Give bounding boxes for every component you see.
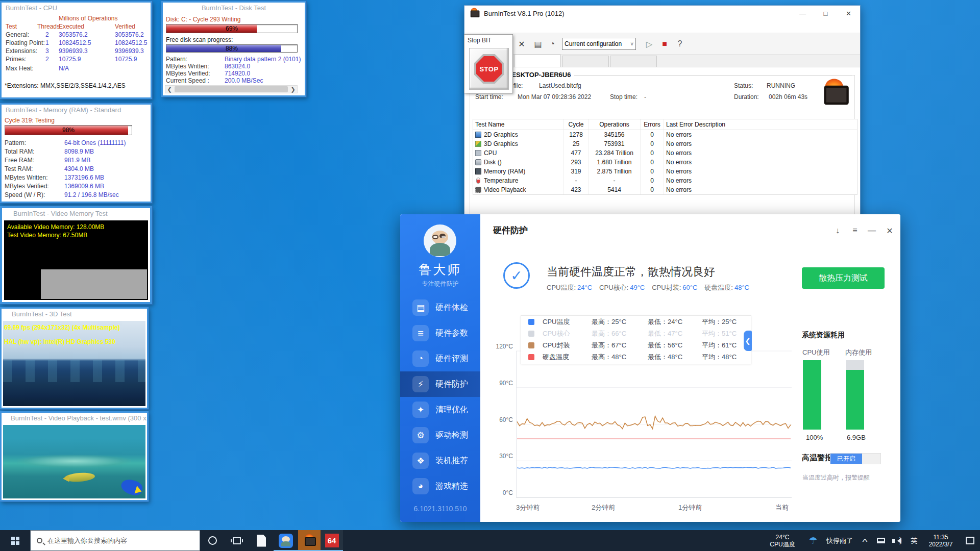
col-test: Test <box>6 23 17 30</box>
task-view-button[interactable] <box>225 530 249 551</box>
menu-bar <box>464 21 860 33</box>
input-language-button[interactable]: 英 <box>906 530 922 551</box>
scan-label: Free disk scan progress: <box>166 36 233 43</box>
notepad-button[interactable] <box>249 530 274 551</box>
gauge-icon[interactable]: ◔ <box>546 37 559 51</box>
show-hidden-icons-button[interactable]: ^ <box>857 530 873 551</box>
clipboard-icon[interactable]: ▤ <box>531 37 545 51</box>
action-center-button[interactable] <box>960 530 980 551</box>
weather-text[interactable]: 快停雨了 <box>822 530 857 551</box>
table-row[interactable]: Memory (RAM) 319 2.875 Trillion 0 No err… <box>473 167 857 176</box>
legend-row[interactable]: CPU核心 最高：66°C 最低：47°C 平均：51°C <box>521 328 751 339</box>
maximize-button[interactable]: □ <box>814 6 837 21</box>
cpu-temp-tray[interactable]: 24°C CPU温度 <box>761 530 804 551</box>
disk-scan-progress: 88% <box>166 44 298 53</box>
header-cycle[interactable]: Cycle <box>564 119 589 130</box>
sidebar-item-label: 装机推荐 <box>435 456 468 466</box>
ludashi-taskbar-button[interactable] <box>274 530 298 551</box>
language-label: 英 <box>911 537 918 544</box>
sidebar-item[interactable]: 游戏精选 <box>400 473 480 499</box>
temp-value: 48°C <box>734 284 749 291</box>
legend-name: CPU核心 <box>543 329 592 338</box>
header-errors[interactable]: Errors <box>641 119 664 130</box>
minimize-button[interactable]: — <box>791 6 814 21</box>
download-icon[interactable]: ↓ <box>831 224 844 237</box>
threads-value: 1 <box>45 39 49 46</box>
header-test-name[interactable]: Test Name <box>473 119 564 130</box>
test-video-memory: Test Video Memory: 67.50MB <box>7 232 87 239</box>
cell-errors: 0 <box>641 139 664 148</box>
help-icon[interactable]: ? <box>673 37 687 51</box>
legend-row[interactable]: CPU封装 最高：67°C 最低：56°C 平均：61°C <box>521 339 751 351</box>
table-row[interactable]: CPU 477 23.284 Trillion 0 No errors <box>473 148 857 158</box>
stop-bit-button[interactable]: STOP <box>469 48 509 90</box>
legend-row[interactable]: CPU温度 最高：25°C 最低：24°C 平均：25°C <box>521 316 751 328</box>
header-last-error[interactable]: Last Error Description <box>664 119 857 130</box>
info-value: 8098.9 MB <box>64 148 94 155</box>
horizontal-scrollbar[interactable]: ❮ ❯ <box>165 85 298 93</box>
window-title: BurnInTest - Video Playback - test.wmv (… <box>2 413 147 424</box>
burnintest-memory-window: BurnInTest - Memory (RAM) - Standard Cyc… <box>0 103 152 203</box>
volume-button[interactable] <box>889 530 906 551</box>
sidebar-item[interactable]: 清理优化 <box>400 397 480 422</box>
configuration-value: Current configuration <box>565 40 622 47</box>
close-test-icon[interactable]: ✕ <box>515 37 528 51</box>
scroll-left-arrow[interactable]: ❮ <box>165 86 174 93</box>
table-row[interactable]: Video Playback 423 5414 0 No errors <box>473 185 857 194</box>
close-icon[interactable]: ✕ <box>884 224 896 237</box>
minimize-icon[interactable]: — <box>866 224 878 237</box>
sidebar-item[interactable]: 硬件评测 <box>400 346 480 371</box>
sidebar-item[interactable]: 驱动检测 <box>400 422 480 448</box>
search-input[interactable]: 在这里输入你要搜索的内容 <box>30 530 200 551</box>
scroll-right-arrow[interactable]: ❯ <box>289 86 297 93</box>
tab[interactable] <box>610 56 657 67</box>
memory-info-row: Speed (W / R): 91.2 / 196.8 MB/sec <box>2 191 151 200</box>
cortana-button[interactable] <box>200 530 225 551</box>
stop-time-label: Stop time: <box>610 93 638 101</box>
stress-test-button[interactable]: 散热压力测试 <box>802 267 885 289</box>
test-label: Floating Point: <box>2 39 45 46</box>
tab[interactable] <box>514 55 561 67</box>
configuration-dropdown[interactable]: Current configuration ˅ <box>562 38 636 50</box>
cell-operations: - <box>589 176 641 185</box>
table-row[interactable]: 2D Graphics 1278 345156 0 No errors <box>473 130 857 139</box>
clock[interactable]: 11:35 2022/3/7 <box>922 530 960 551</box>
tray-64-button[interactable]: 64 <box>321 530 343 551</box>
alarm-toggle[interactable]: 已开启 <box>830 453 881 464</box>
start-test-icon[interactable]: ▷ <box>643 37 656 51</box>
close-button[interactable]: ✕ <box>837 6 860 21</box>
table-row[interactable]: Disk () 293 1.680 Trillion 0 No errors <box>473 158 857 167</box>
legend-row[interactable]: 硬盘温度 最高：48°C 最低：48°C 平均：48°C <box>521 351 751 363</box>
sidebar-item[interactable]: 硬件防护 <box>400 371 480 397</box>
temp-item: 硬盘温度:48°C <box>704 283 749 292</box>
x-tick-1min: 1分钟前 <box>678 503 702 512</box>
legend-collapse-chevron[interactable]: ❮ <box>744 331 752 351</box>
window-title: BurnInTest - 3D Test <box>2 309 147 320</box>
x-tick-2min: 2分钟前 <box>592 503 615 512</box>
status-ok-icon: ✓ <box>503 262 530 289</box>
table-header-row: Test Name Cycle Operations Errors Last E… <box>473 119 857 130</box>
cpu-test-rows: General: 2 3053576.2 3053576.2 Floating … <box>2 31 151 64</box>
info-label: Pattern: <box>2 139 26 146</box>
tab[interactable] <box>562 56 609 67</box>
threads-value: 2 <box>45 31 49 38</box>
table-row[interactable]: Temperature - - 0 No errors <box>473 176 857 185</box>
header-operations[interactable]: Operations <box>589 119 641 130</box>
stop-test-icon[interactable]: ■ <box>658 37 671 51</box>
sidebar-item[interactable]: 硬件体检 <box>400 295 480 320</box>
scroll-thumb[interactable] <box>175 86 288 92</box>
menu-icon[interactable]: ≡ <box>849 224 861 237</box>
burnintest-taskbar-button[interactable] <box>298 530 321 551</box>
weather-button[interactable]: ☂ <box>804 530 822 551</box>
burnintest-app-icon <box>470 9 479 18</box>
sidebar-item[interactable]: 硬件参数 <box>400 320 480 346</box>
duration-value: 002h 06m 43s <box>769 93 807 101</box>
info-value: 91.2 / 196.8 MB/sec <box>64 191 119 198</box>
info-label: Speed (W / R): <box>2 191 45 198</box>
glasses-icon <box>432 235 438 239</box>
table-row[interactable]: 3D Graphics 25 753931 0 No errors <box>473 139 857 148</box>
search-placeholder: 在这里输入你要搜索的内容 <box>47 536 127 545</box>
start-button[interactable] <box>0 530 30 551</box>
network-button[interactable] <box>873 530 889 551</box>
sidebar-item[interactable]: 装机推荐 <box>400 448 480 473</box>
